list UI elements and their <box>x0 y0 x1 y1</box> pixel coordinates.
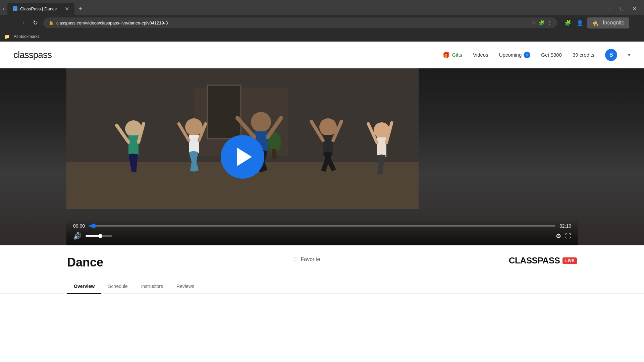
tab-schedule[interactable]: Schedule <box>101 280 134 294</box>
progress-track[interactable] <box>89 225 555 227</box>
puzzle-icon[interactable]: 🧩 <box>539 20 544 25</box>
favorite-button[interactable]: ♡ Favorite <box>292 255 320 263</box>
incognito-icon: 🕵 <box>591 18 600 27</box>
volume-btn[interactable]: 🔊 <box>73 232 82 240</box>
total-time: 32:10 <box>559 223 571 229</box>
incognito-label: Incognito <box>601 18 626 27</box>
site-header: classpass 🎁 Gifts Videos Upcoming 1 Get … <box>0 42 644 68</box>
lock-icon: 🔒 <box>49 20 54 25</box>
upcoming-badge: 1 <box>524 52 530 58</box>
video-player[interactable]: 00:00 32:10 🔊 ⚙ ⛶ <box>0 68 644 245</box>
upcoming-nav-item[interactable]: Upcoming 1 <box>499 52 531 58</box>
tab-prev-btn[interactable]: ‹ <box>0 3 7 15</box>
bookmark-star-icon[interactable]: ☆ <box>532 20 536 25</box>
progress-fill <box>89 225 94 227</box>
back-btn[interactable]: ← <box>4 18 14 28</box>
svg-point-24 <box>319 118 337 136</box>
classpass-live-text: CLASSPASS <box>509 255 560 266</box>
svg-rect-5 <box>272 149 276 159</box>
upcoming-label: Upcoming <box>499 52 522 58</box>
tab-bar: ‹ ClassPass | Dance ✕ + — □ ✕ <box>0 0 644 15</box>
volume-track[interactable] <box>86 235 112 237</box>
bookmarks-label[interactable]: All Bookmarks <box>14 34 40 39</box>
play-triangle-icon <box>237 147 252 166</box>
svg-rect-7 <box>128 135 139 156</box>
play-button[interactable] <box>221 135 264 179</box>
address-icons: ☆ 🧩 ⋮ <box>532 20 552 25</box>
videos-nav-item[interactable]: Videos <box>473 52 488 58</box>
video-content <box>0 68 644 245</box>
settings-icon[interactable]: ⚙ <box>556 232 561 240</box>
tab-overview[interactable]: Overview <box>67 280 101 294</box>
maximize-btn[interactable]: □ <box>616 5 628 12</box>
tab-close-btn[interactable]: ✕ <box>65 6 69 12</box>
page-content: Dance ♡ Favorite CLASSPASS LIVE <box>0 245 644 280</box>
url-text: classpass.com/videos/classpass-live/danc… <box>56 20 529 25</box>
gifts-nav-item[interactable]: 🎁 Gifts <box>442 51 462 59</box>
profiles-icon[interactable]: 👤 <box>575 18 585 27</box>
progress-thumb <box>91 224 96 228</box>
videos-label: Videos <box>473 52 488 58</box>
get300-label: Get $300 <box>541 52 562 58</box>
address-bar: ← → ↻ 🔒 classpass.com/videos/classpass-l… <box>0 15 644 31</box>
browser-chrome: ‹ ClassPass | Dance ✕ + — □ ✕ ← → ↻ 🔒 cl… <box>0 0 644 42</box>
page-title: Dance <box>67 255 103 269</box>
video-controls: 00:00 32:10 🔊 ⚙ ⛶ <box>66 219 578 245</box>
folder-icon: 📁 <box>4 34 10 39</box>
current-time: 00:00 <box>73 223 85 229</box>
volume-fill <box>86 235 100 237</box>
bookmarks-bar: 📁 All Bookmarks <box>0 31 644 42</box>
gift-icon: 🎁 <box>442 51 450 59</box>
heart-icon: ♡ <box>292 255 298 263</box>
extensions-icon[interactable]: 🧩 <box>563 18 573 27</box>
svg-rect-13 <box>189 135 199 153</box>
live-badge: LIVE <box>562 257 577 264</box>
user-dropdown-icon[interactable]: ▾ <box>628 52 631 58</box>
forward-btn[interactable]: → <box>17 18 28 28</box>
address-input[interactable]: 🔒 classpass.com/videos/classpass-live/da… <box>43 17 557 28</box>
svg-point-12 <box>185 118 203 136</box>
incognito-btn[interactable]: 🕵 Incognito <box>587 17 629 28</box>
reload-btn[interactable]: ↻ <box>31 18 40 28</box>
fullscreen-icon[interactable]: ⛶ <box>565 233 571 240</box>
favorite-label: Favorite <box>301 256 320 262</box>
controls-row: 🔊 ⚙ ⛶ <box>73 232 571 240</box>
browser-more-icon[interactable]: ⋮ <box>632 18 640 27</box>
tab-instructors[interactable]: Instructors <box>135 280 170 294</box>
svg-rect-3 <box>207 85 241 139</box>
window-controls: — □ ✕ <box>602 5 644 12</box>
tab-favicon <box>13 6 17 11</box>
tab-reviews[interactable]: Reviews <box>170 280 201 294</box>
volume-thumb <box>98 234 102 238</box>
user-avatar[interactable]: S <box>605 49 617 61</box>
gifts-label: Gifts <box>452 52 462 58</box>
new-tab-btn[interactable]: + <box>74 3 87 15</box>
close-window-btn[interactable]: ✕ <box>628 5 641 12</box>
progress-bar-row: 00:00 32:10 <box>73 223 571 229</box>
svg-point-18 <box>251 112 271 132</box>
active-tab[interactable]: ClassPass | Dance ✕ <box>7 3 74 15</box>
classpass-logo[interactable]: classpass <box>13 50 52 60</box>
more-options-icon[interactable]: ⋮ <box>547 20 552 25</box>
browser-right-icons: 🧩 👤 🕵 Incognito ⋮ <box>560 17 640 28</box>
minimize-btn[interactable]: — <box>602 5 616 12</box>
header-nav: 🎁 Gifts Videos Upcoming 1 Get $300 39 cr… <box>442 49 631 61</box>
bottom-tabs: Overview Schedule Instructors Reviews <box>0 280 644 294</box>
classpass-live-logo: CLASSPASS LIVE <box>509 255 577 266</box>
tab-title: ClassPass | Dance <box>20 6 57 11</box>
credits-btn[interactable]: 39 credits <box>573 52 594 58</box>
svg-rect-31 <box>377 137 386 157</box>
get300-nav-item[interactable]: Get $300 <box>541 52 562 58</box>
